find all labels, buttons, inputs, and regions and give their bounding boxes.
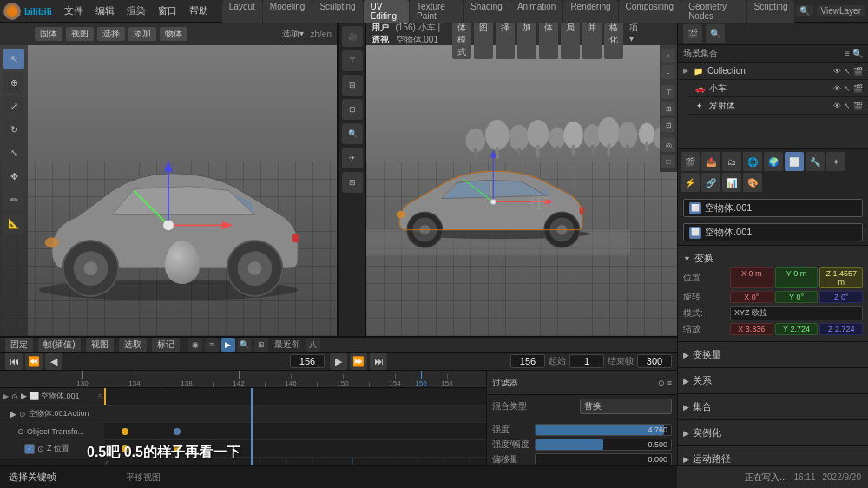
collection-expand[interactable]: ▶ bbox=[683, 67, 688, 75]
current-frame-display[interactable]: 156 bbox=[290, 354, 325, 368]
outliner-emitter[interactable]: ✦ 发射体 👁 ↖ 🎬 bbox=[688, 97, 868, 115]
prop-tab-scene[interactable]: 🌐 bbox=[743, 152, 762, 171]
timeline-view-btn[interactable]: 视图 bbox=[86, 338, 114, 352]
amplitude-slider[interactable]: 0.500 bbox=[535, 439, 672, 451]
workspace-shading[interactable]: Shading bbox=[464, 0, 510, 23]
scale-tool[interactable]: ⤡ bbox=[3, 142, 24, 163]
right-view-btn[interactable]: 视图 bbox=[474, 23, 493, 59]
move-tool[interactable]: ⤢ bbox=[3, 96, 24, 116]
prop-tab-world[interactable]: 🌍 bbox=[764, 152, 783, 171]
viewport-left-object-btn[interactable]: 物体 bbox=[160, 27, 187, 41]
timeline-icon2[interactable]: ≡ bbox=[205, 338, 219, 352]
menu-file[interactable]: 文件 bbox=[59, 3, 89, 19]
nav-top[interactable]: ⊤ bbox=[661, 85, 675, 99]
viewport-left-add-btn[interactable]: 添加 bbox=[128, 27, 156, 41]
prop-tab-physics[interactable]: ⚡ bbox=[681, 173, 700, 192]
outliner-car[interactable]: 🚗 小车 👁 ↖ 🎬 bbox=[688, 80, 868, 97]
emitter-select[interactable]: ↖ bbox=[844, 102, 851, 110]
zoom-tool[interactable]: 🔍 bbox=[342, 123, 363, 144]
select-tool[interactable]: ↖ bbox=[3, 49, 24, 69]
track-expand-2[interactable]: ⊙ bbox=[17, 427, 24, 436]
rotation-x[interactable]: X 0° bbox=[730, 291, 773, 303]
workspace-rendering[interactable]: Rendering bbox=[563, 0, 617, 23]
car-render[interactable]: 🎬 bbox=[853, 84, 863, 93]
right-merge-btn[interactable]: 合并 bbox=[582, 23, 602, 59]
filter-icon2[interactable]: ≡ bbox=[667, 379, 672, 387]
collection-toggle[interactable]: ▶ 集合 bbox=[683, 398, 863, 416]
end-frame-display[interactable]: 300 bbox=[637, 354, 672, 368]
menu-edit[interactable]: 编辑 bbox=[90, 3, 120, 19]
prop-tab-object[interactable]: ⬜ bbox=[785, 152, 804, 171]
scale-y[interactable]: Y 2.724 bbox=[775, 323, 819, 335]
view-top-tool[interactable]: ⊤ bbox=[342, 50, 363, 71]
scale-x[interactable]: X 3.336 bbox=[730, 323, 773, 335]
timeline-select-btn[interactable]: 选取 bbox=[119, 338, 147, 352]
scale-z[interactable]: Z 2.724 bbox=[819, 323, 863, 335]
current-frame-right[interactable]: 156 bbox=[510, 354, 545, 368]
nav-persp[interactable]: ◎ bbox=[661, 138, 675, 152]
menu-window[interactable]: 窗口 bbox=[153, 3, 182, 19]
viewport-right[interactable]: 用户透视 (156) 小车 | 空物体.001 物体模式 视图 选择 添加 物体… bbox=[366, 23, 677, 336]
strength-slider[interactable]: 4.760 bbox=[535, 424, 672, 436]
view-right-tool[interactable]: ⊡ bbox=[342, 99, 363, 120]
cursor-tool[interactable]: ⊕ bbox=[3, 72, 24, 93]
right-global-btn[interactable]: 全局 bbox=[561, 23, 580, 59]
transform-tool[interactable]: ✥ bbox=[3, 166, 24, 187]
timeline-snap-btn[interactable]: 帧(插值) bbox=[38, 338, 81, 352]
workspace-compositing[interactable]: Compositing bbox=[619, 0, 681, 23]
rotation-y[interactable]: Y 0° bbox=[775, 291, 819, 303]
btn-step-back[interactable]: ⏪ bbox=[25, 353, 43, 370]
btn-jump-start[interactable]: ⏮ bbox=[5, 353, 23, 370]
fly-mode-tool[interactable]: ✈ bbox=[342, 148, 363, 168]
btn-jump-end[interactable]: ⏭ bbox=[370, 353, 387, 370]
right-object-btn[interactable]: 物体 bbox=[539, 23, 558, 59]
prop-tab-data[interactable]: 📊 bbox=[722, 173, 741, 192]
transform-delta-toggle[interactable]: ▶ 变换量 bbox=[683, 346, 863, 364]
viewport-left-select-btn[interactable]: 选择 bbox=[97, 27, 125, 41]
timeline-icon1[interactable]: ◉ bbox=[188, 338, 202, 352]
emitter-render[interactable]: 🎬 bbox=[853, 102, 863, 110]
workspace-sculpting[interactable]: Sculpting bbox=[312, 0, 362, 23]
workspace-scripting[interactable]: Scripting bbox=[747, 0, 795, 23]
timeline-mark-btn[interactable]: 标记 bbox=[152, 338, 180, 352]
btn-prev-key[interactable]: ◀ bbox=[45, 353, 62, 370]
offset-slider[interactable]: 0.000 bbox=[535, 453, 672, 465]
panel-icon-search[interactable]: 🔍 bbox=[706, 24, 725, 43]
btn-next-key[interactable]: ▶ bbox=[330, 353, 347, 370]
start-frame-display[interactable]: 1 bbox=[569, 354, 604, 368]
prop-tab-material[interactable]: 🎨 bbox=[743, 173, 762, 192]
viewport-left[interactable]: ↖ ⊕ ⤢ ↻ ⤡ ✥ ✏ 📐 固体 视图 选择 添加 物体 bbox=[0, 23, 339, 336]
track-checkbox-3[interactable]: ✓ bbox=[24, 444, 35, 454]
annotate-tool[interactable]: ✏ bbox=[3, 189, 24, 210]
viewport-left-view-btn[interactable]: 视图 bbox=[66, 27, 94, 41]
track-label-1[interactable]: ▶ ⊙ 空物体.001Action bbox=[0, 406, 104, 422]
timeline-icon5[interactable]: ⊞ bbox=[254, 338, 268, 352]
car-select[interactable]: ↖ bbox=[844, 84, 851, 93]
right-select-label[interactable]: 选项▾ bbox=[626, 23, 641, 59]
right-select-btn[interactable]: 选择 bbox=[496, 23, 515, 59]
workspace-uv-editing[interactable]: UV Editing bbox=[364, 0, 410, 23]
outliner-search-icon[interactable]: 🔍 bbox=[852, 49, 863, 58]
relations-toggle[interactable]: ▶ 关系 bbox=[683, 372, 863, 390]
rotation-mode-value[interactable]: XYZ 欧拉 bbox=[730, 306, 863, 320]
workspace-modeling[interactable]: Modeling bbox=[263, 0, 312, 23]
collection-render[interactable]: 🎬 bbox=[853, 67, 863, 76]
collection-select[interactable]: ↖ bbox=[844, 67, 851, 76]
timeline-icon4[interactable]: 🔍 bbox=[238, 338, 252, 352]
nav-right[interactable]: ⊡ bbox=[661, 118, 675, 132]
timeline-icon6[interactable]: 八 bbox=[306, 338, 320, 352]
workspace-layout[interactable]: Layout bbox=[222, 0, 262, 23]
outliner-filter-icon[interactable]: ≡ bbox=[845, 49, 850, 58]
prop-tab-render[interactable]: 🎬 bbox=[681, 152, 700, 171]
track-label-0[interactable]: ▶ ⊙ ▶ ⬜ 空物体.001 bbox=[0, 388, 104, 405]
menu-help[interactable]: 帮助 bbox=[184, 3, 214, 19]
outliner-collection[interactable]: ▶ 📁 Collection 👁 ↖ 🎬 bbox=[678, 63, 868, 80]
filter-icon1[interactable]: ⊙ bbox=[658, 379, 665, 387]
workspace-texture-paint[interactable]: Texture Paint bbox=[410, 0, 463, 23]
viewport-left-shading-btn[interactable]: 固体 bbox=[35, 27, 62, 41]
workspace-geo-nodes[interactable]: Geometry Nodes bbox=[681, 0, 746, 23]
workspace-animation[interactable]: Animation bbox=[510, 0, 562, 23]
quad-view-tool[interactable]: ⊞ bbox=[342, 172, 363, 193]
object-data-field[interactable]: ⬜ 空物体.001 bbox=[683, 223, 863, 241]
object-name-field-1[interactable]: ⬜ 空物体.001 bbox=[683, 199, 863, 217]
